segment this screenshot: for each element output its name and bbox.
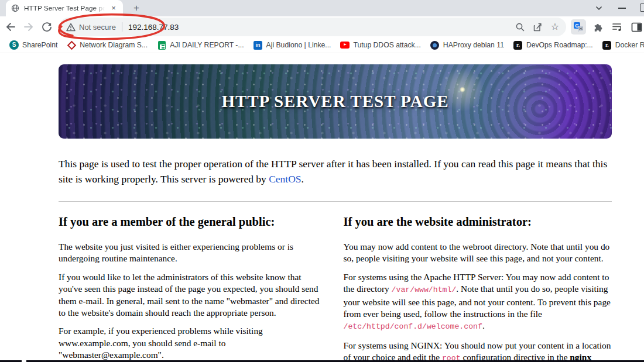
translate-extension-icon[interactable]: G: [571, 19, 586, 35]
admin-heading: If you are the website administrator:: [344, 215, 612, 229]
google-sheets-favicon-icon: [157, 40, 166, 50]
maximize-button[interactable]: [640, 4, 644, 12]
share-icon[interactable]: [530, 19, 545, 35]
tab-close-icon[interactable]: ×: [109, 4, 118, 13]
bookmark-haproxy[interactable]: HAProxy debian 11: [427, 39, 508, 51]
minimize-button[interactable]: [618, 8, 626, 9]
admin-paragraph-2: For systems using the Apache HTTP Server…: [344, 271, 612, 333]
intro-paragraph: This page is used to test the proper ope…: [59, 157, 609, 187]
not-secure-warning-icon[interactable]: [66, 23, 76, 32]
omnibox-divider: [122, 22, 122, 32]
browser-window: HTTP Server Test Page powered × + Not se…: [0, 0, 644, 362]
tab-title: HTTP Server Test Page powered: [24, 4, 105, 12]
bookmark-sharepoint[interactable]: S SharePoint: [6, 39, 61, 51]
admin-paragraph-3: For systems using NGINX: You should now …: [344, 340, 612, 362]
roadmap-favicon-icon: r.: [513, 40, 523, 50]
linkedin-favicon-icon: in: [254, 40, 263, 50]
public-paragraph-3: For example, if you experienced problems…: [59, 325, 327, 361]
reload-button[interactable]: [39, 19, 54, 35]
forward-button[interactable]: [21, 19, 36, 35]
playlist-extension-icon[interactable]: [609, 19, 625, 35]
bookmarks-bar: S SharePoint Network Diagram S... AJI DA…: [0, 37, 644, 53]
browser-toolbar: Not secure 192.168.77.83 ☆ G: [0, 16, 644, 37]
webroot-path-code: /var/www/html/: [392, 285, 457, 294]
browser-tab[interactable]: HTTP Server Test Page powered ×: [6, 0, 123, 16]
sharepoint-favicon-icon: S: [9, 40, 19, 50]
admin-paragraph-1: You may now add content to the webroot d…: [344, 241, 612, 265]
page-title: HTTP SERVER TEST PAGE: [221, 92, 448, 111]
youtube-favicon-icon: [340, 40, 350, 50]
haproxy-favicon-icon: [430, 40, 440, 50]
address-bar[interactable]: Not secure 192.168.77.83 ☆: [59, 18, 566, 36]
side-panel-icon[interactable]: [629, 19, 644, 35]
url-text[interactable]: 192.168.77.83: [128, 23, 510, 32]
welcome-conf-path-code: /etc/httpd/conf.d/welcome.conf: [344, 322, 482, 331]
globe-favicon-icon: [11, 4, 20, 13]
public-heading: If you are a member of the general publi…: [59, 215, 327, 229]
two-column-section: If you are a member of the general publi…: [59, 215, 612, 362]
network-diagram-favicon-icon: [67, 40, 76, 50]
admin-column: If you are the website administrator: Yo…: [344, 215, 612, 362]
bookmark-star-icon[interactable]: ☆: [547, 19, 563, 35]
roadmap-favicon-icon: r.: [602, 40, 612, 50]
new-tab-button[interactable]: +: [130, 2, 143, 15]
centos-link[interactable]: CentOS: [269, 173, 301, 185]
test-page-banner: HTTP SERVER TEST PAGE: [59, 64, 612, 139]
public-paragraph-2: If you would like to let the administrat…: [59, 271, 327, 319]
search-icon[interactable]: [512, 19, 527, 35]
security-status-label: Not secure: [79, 23, 116, 32]
bookmark-docker-roadmap[interactable]: r. Docker Roadmap -...: [599, 39, 644, 51]
public-column: If you are a member of the general publi…: [59, 215, 327, 362]
divider: [59, 201, 612, 202]
bookmark-network-diagram[interactable]: Network Diagram S...: [63, 39, 151, 51]
bookmark-linkedin[interactable]: in Aji Budiono | Linke...: [250, 39, 335, 51]
page-content: HTTP SERVER TEST PAGE This page is used …: [0, 54, 644, 362]
public-paragraph-1: The website you just visited is either e…: [59, 241, 327, 265]
back-button[interactable]: [3, 19, 18, 35]
extensions-puzzle-icon[interactable]: [590, 19, 605, 35]
bookmark-youtube-ddos[interactable]: Tutup DDOS attack...: [337, 39, 424, 51]
bookmark-aji-daily-report[interactable]: AJI DAILY REPORT -...: [153, 39, 247, 51]
bookmark-devops-roadmap[interactable]: r. DevOps Roadmap:...: [510, 39, 597, 51]
tab-strip: HTTP Server Test Page powered × +: [0, 0, 644, 16]
extensions-area: G: [571, 19, 644, 35]
tab-search-chevron-icon[interactable]: [594, 4, 604, 13]
